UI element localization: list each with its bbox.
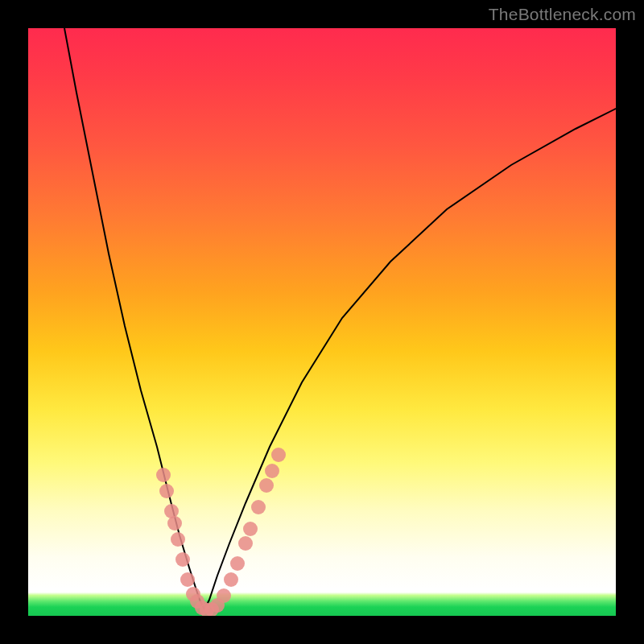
left-branch-path — [64, 28, 204, 609]
data-dot — [180, 572, 195, 587]
right-branch-path — [204, 109, 616, 609]
data-dot — [265, 464, 279, 478]
curve-layer — [28, 28, 616, 616]
data-dot — [230, 556, 245, 571]
data-dot — [271, 448, 286, 462]
data-dot — [259, 478, 274, 493]
chart-stage: TheBottleneck.com — [0, 0, 644, 644]
data-dot — [167, 516, 182, 530]
data-dot — [159, 484, 174, 498]
data-dot — [175, 552, 190, 567]
data-dot — [238, 536, 253, 551]
data-dot — [171, 532, 185, 547]
dot-cluster — [156, 448, 286, 616]
plot-area — [28, 28, 616, 616]
watermark-text: TheBottleneck.com — [489, 5, 636, 24]
data-dot — [217, 588, 231, 603]
data-dot — [156, 468, 171, 482]
data-dot — [251, 500, 266, 514]
data-dot — [224, 572, 238, 587]
data-dot — [243, 522, 258, 536]
